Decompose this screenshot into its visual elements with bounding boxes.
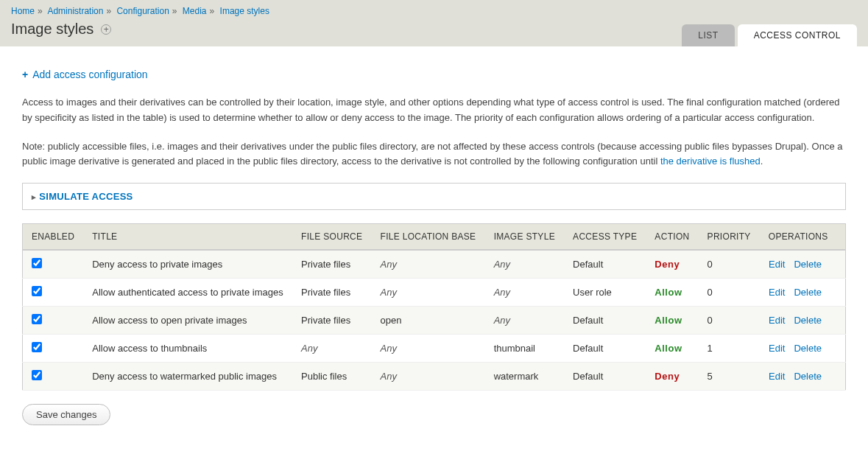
cell-title: Allow authenticated access to private im… (83, 279, 292, 307)
tabs: List Access control (679, 24, 857, 46)
cell-priority: 5 (699, 363, 760, 391)
edit-link[interactable]: Edit (769, 259, 785, 270)
description-2: Note: publicly accessible files, i.e. im… (22, 139, 846, 170)
cell-priority: 1 (699, 335, 760, 363)
col-image-style: IMAGE STYLE (485, 224, 564, 251)
cell-operations: EditDelete (760, 307, 846, 335)
plus-icon: + (22, 69, 28, 80)
cell-access-type: User role (564, 279, 646, 307)
add-icon[interactable]: + (101, 24, 111, 35)
add-access-configuration-link[interactable]: +Add access configuration (22, 69, 148, 80)
access-config-table: ENABLED TITLE FILE SOURCE FILE LOCATION … (22, 223, 846, 391)
cell-file-source: Private files (292, 250, 371, 279)
collapse-arrow-icon: ▸ (32, 192, 36, 201)
enabled-checkbox[interactable] (32, 370, 42, 380)
cell-file-location: Any (372, 250, 485, 279)
delete-link[interactable]: Delete (794, 343, 822, 354)
cell-file-location: open (372, 307, 485, 335)
breadcrumb-media[interactable]: Media (183, 6, 207, 16)
header-region: Home» Administration» Configuration» Med… (0, 0, 868, 46)
cell-access-type: Default (564, 250, 646, 279)
cell-file-source: Public files (292, 363, 371, 391)
table-row: Allow access to thumbnailsAnyAnythumbnai… (23, 335, 846, 363)
breadcrumb-image-styles[interactable]: Image styles (220, 6, 269, 16)
col-priority: PRIORITY (699, 224, 760, 251)
fieldset-title: SIMULATE ACCESS (39, 191, 133, 202)
description-1: Access to images and their derivatives c… (22, 95, 846, 126)
cell-action: Allow (646, 279, 698, 307)
cell-title: Deny access to private images (83, 250, 292, 279)
page-title: Image styles (11, 21, 93, 38)
col-access-type: ACCESS TYPE (564, 224, 646, 251)
cell-image-style: Any (485, 307, 564, 335)
derivative-flushed-link[interactable]: the derivative is flushed (660, 156, 761, 167)
cell-access-type: Default (564, 335, 646, 363)
cell-image-style: watermark (485, 363, 564, 391)
cell-image-style: Any (485, 250, 564, 279)
table-row: Allow access to open private imagesPriva… (23, 307, 846, 335)
delete-link[interactable]: Delete (794, 287, 822, 298)
cell-image-style: thumbnail (485, 335, 564, 363)
cell-priority: 0 (699, 279, 760, 307)
cell-title: Deny access to watermarked public images (83, 363, 292, 391)
edit-link[interactable]: Edit (769, 371, 785, 382)
cell-action: Allow (646, 335, 698, 363)
table-row: Allow authenticated access to private im… (23, 279, 846, 307)
breadcrumb-home[interactable]: Home (11, 6, 35, 16)
delete-link[interactable]: Delete (794, 315, 822, 326)
breadcrumb-administration[interactable]: Administration (47, 6, 103, 16)
cell-image-style: Any (485, 279, 564, 307)
edit-link[interactable]: Edit (769, 287, 785, 298)
cell-title: Allow access to thumbnails (83, 335, 292, 363)
enabled-checkbox[interactable] (32, 258, 42, 268)
cell-access-type: Default (564, 307, 646, 335)
table-row: Deny access to private imagesPrivate fil… (23, 250, 846, 279)
cell-action: Allow (646, 307, 698, 335)
action-links: +Add access configuration (22, 69, 846, 80)
enabled-checkbox[interactable] (32, 342, 42, 352)
cell-operations: EditDelete (760, 335, 846, 363)
cell-action: Deny (646, 250, 698, 279)
col-file-location: FILE LOCATION BASE (372, 224, 485, 251)
edit-link[interactable]: Edit (769, 315, 785, 326)
cell-file-source: Private files (292, 307, 371, 335)
cell-operations: EditDelete (760, 250, 846, 279)
enabled-checkbox[interactable] (32, 286, 42, 296)
cell-file-source: Private files (292, 279, 371, 307)
edit-link[interactable]: Edit (769, 343, 785, 354)
col-operations: OPERATIONS (760, 224, 846, 251)
cell-file-source: Any (292, 335, 371, 363)
breadcrumb: Home» Administration» Configuration» Med… (11, 6, 857, 21)
tab-access-control[interactable]: Access control (738, 24, 857, 46)
cell-priority: 0 (699, 307, 760, 335)
delete-link[interactable]: Delete (794, 259, 822, 270)
content-region: +Add access configuration Access to imag… (0, 46, 868, 440)
col-title: TITLE (83, 224, 292, 251)
cell-operations: EditDelete (760, 279, 846, 307)
cell-priority: 0 (699, 250, 760, 279)
cell-file-location: Any (372, 279, 485, 307)
col-enabled: ENABLED (23, 224, 84, 251)
col-action: ACTION (646, 224, 698, 251)
delete-link[interactable]: Delete (794, 371, 822, 382)
col-file-source: FILE SOURCE (292, 224, 371, 251)
simulate-access-fieldset[interactable]: ▸SIMULATE ACCESS (22, 183, 846, 210)
save-changes-button[interactable]: Save changes (22, 404, 110, 425)
cell-access-type: Default (564, 363, 646, 391)
breadcrumb-configuration[interactable]: Configuration (116, 6, 169, 16)
enabled-checkbox[interactable] (32, 314, 42, 324)
cell-file-location: Any (372, 335, 485, 363)
cell-file-location: Any (372, 363, 485, 391)
cell-operations: EditDelete (760, 363, 846, 391)
cell-title: Allow access to open private images (83, 307, 292, 335)
tab-list[interactable]: List (682, 24, 734, 46)
table-row: Deny access to watermarked public images… (23, 363, 846, 391)
cell-action: Deny (646, 363, 698, 391)
